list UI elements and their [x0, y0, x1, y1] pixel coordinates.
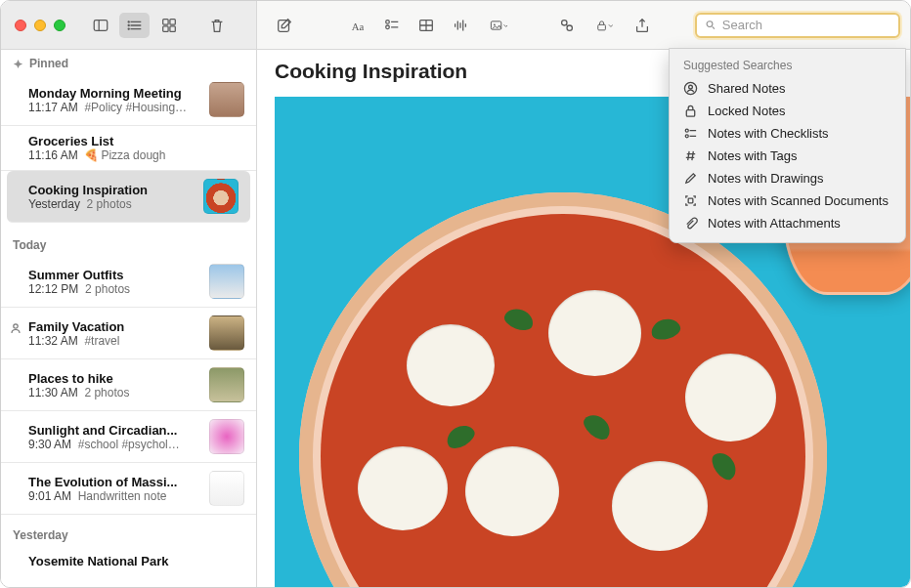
- svg-text:Aa: Aa: [351, 20, 364, 31]
- note-title: Monday Morning Meeting: [28, 86, 201, 101]
- search-icon: [705, 19, 716, 31]
- titlebar-editor-area: Aa: [257, 1, 910, 49]
- new-note-button[interactable]: [269, 13, 299, 38]
- note-row-yosemite[interactable]: Yosemite National Park: [1, 546, 256, 576]
- table-button[interactable]: [411, 13, 441, 38]
- toggle-sidebar-button[interactable]: [85, 13, 115, 38]
- svg-point-32: [707, 21, 713, 27]
- window-fullscreen-button[interactable]: [54, 20, 65, 31]
- pizza-emoji-icon: 🍕: [84, 148, 99, 162]
- hashtag-icon: [683, 148, 698, 163]
- pinned-section-header: Pinned: [1, 50, 256, 74]
- notes-list-sidebar[interactable]: Pinned Monday Morning Meeting 11:17 AM #…: [1, 50, 257, 587]
- yesterday-section-header: Yesterday: [1, 515, 256, 546]
- note-time: 9:30 AM: [28, 438, 71, 451]
- svg-rect-37: [686, 110, 694, 117]
- note-title: The Evolution of Massi...: [28, 475, 201, 489]
- note-sub: #travel: [84, 334, 119, 348]
- note-sub: #school #psychol…: [78, 438, 180, 451]
- note-sub: 2 photos: [87, 197, 132, 211]
- note-row-summer-outfits[interactable]: Summer Outfits 12:12 PM 2 photos: [1, 256, 256, 308]
- media-button[interactable]: [479, 13, 518, 38]
- note-time: 12:12 PM: [28, 282, 78, 296]
- suggested-searches-dropdown: Suggested Searches Shared Notes Locked N…: [669, 48, 906, 243]
- note-sub: 2 photos: [84, 386, 129, 399]
- svg-rect-31: [598, 24, 606, 30]
- search-input[interactable]: [722, 18, 890, 32]
- note-title: Cooking Inspiration: [28, 183, 195, 197]
- note-time: 11:16 AM: [28, 148, 78, 162]
- svg-rect-10: [162, 25, 167, 30]
- note-row-monday-morning-meeting[interactable]: Monday Morning Meeting 11:17 AM #Policy …: [1, 74, 256, 126]
- note-thumbnail: [209, 471, 244, 506]
- suggested-tags[interactable]: Notes with Tags: [670, 145, 905, 167]
- lock-icon: [683, 104, 698, 118]
- note-sub: 2 photos: [85, 282, 130, 296]
- gallery-view-button[interactable]: [153, 13, 184, 38]
- item-label: Notes with Scanned Documents: [708, 193, 889, 208]
- note-thumbnail: [209, 419, 244, 454]
- svg-point-36: [689, 85, 693, 89]
- svg-point-34: [14, 324, 18, 328]
- person-circle-icon: [683, 81, 698, 96]
- titlebar-sidebar-area: [1, 1, 257, 49]
- item-label: Notes with Tags: [708, 148, 798, 163]
- note-thumbnail: [203, 179, 239, 214]
- svg-point-38: [685, 129, 688, 132]
- svg-point-27: [494, 23, 496, 25]
- shared-icon: [9, 321, 22, 335]
- suggested-attachments[interactable]: Notes with Attachments: [670, 212, 905, 234]
- note-row-cooking-inspiration[interactable]: Cooking Inspiration Yesterday 2 photos: [7, 171, 250, 223]
- checklist-button[interactable]: [376, 13, 407, 38]
- item-label: Notes with Drawings: [708, 171, 824, 186]
- window-titlebar: Aa: [1, 1, 910, 50]
- share-button[interactable]: [627, 13, 657, 38]
- item-label: Locked Notes: [708, 104, 786, 118]
- svg-line-44: [688, 151, 689, 160]
- yesterday-label: Yesterday: [13, 528, 68, 542]
- note-row-places-to-hike[interactable]: Places to hike 11:30 AM 2 photos: [1, 359, 256, 411]
- link-note-button[interactable]: [551, 13, 582, 38]
- svg-point-6: [128, 24, 129, 25]
- svg-point-5: [128, 21, 129, 21]
- suggested-locked-notes[interactable]: Locked Notes: [670, 100, 905, 122]
- svg-point-16: [385, 25, 389, 29]
- suggested-drawings[interactable]: Notes with Drawings: [670, 167, 905, 189]
- format-button[interactable]: Aa: [342, 13, 372, 38]
- note-thumbnail: [209, 82, 244, 117]
- svg-rect-46: [688, 198, 693, 203]
- svg-point-40: [685, 135, 688, 138]
- checklist-icon: [683, 126, 698, 141]
- note-sub: Handwritten note: [78, 489, 167, 503]
- pencil-icon: [683, 171, 698, 186]
- note-row-evolution-massi[interactable]: The Evolution of Massi... 9:01 AM Handwr…: [1, 463, 256, 515]
- svg-point-7: [128, 28, 129, 29]
- note-sub: #Policy #Housing…: [84, 101, 187, 114]
- note-title: Sunlight and Circadian...: [28, 423, 201, 438]
- paperclip-icon: [683, 216, 698, 231]
- svg-rect-9: [169, 19, 174, 23]
- suggested-scanned-documents[interactable]: Notes with Scanned Documents: [670, 189, 905, 212]
- note-row-groceries-list[interactable]: Groceries List 11:16 AM 🍕Pizza dough: [1, 126, 256, 171]
- audio-button[interactable]: [445, 13, 475, 38]
- scan-icon: [683, 193, 698, 208]
- svg-rect-8: [162, 19, 167, 23]
- note-row-sunlight-circadian[interactable]: Sunlight and Circadian... 9:30 AM #schoo…: [1, 411, 256, 463]
- note-thumbnail: [209, 367, 244, 402]
- note-row-family-vacation[interactable]: Family Vacation 11:32 AM #travel: [1, 308, 256, 359]
- note-title: Family Vacation: [28, 319, 201, 334]
- lock-button[interactable]: [586, 13, 623, 38]
- window-minimize-button[interactable]: [34, 20, 46, 31]
- svg-rect-0: [94, 20, 108, 30]
- list-view-button[interactable]: [119, 13, 150, 38]
- note-time: Yesterday: [28, 197, 80, 211]
- suggested-shared-notes[interactable]: Shared Notes: [670, 77, 905, 100]
- suggested-checklists[interactable]: Notes with Checklists: [670, 122, 905, 145]
- traffic-lights: [15, 20, 65, 31]
- search-field[interactable]: [695, 13, 900, 38]
- note-time: 9:01 AM: [28, 489, 71, 503]
- delete-note-button[interactable]: [201, 13, 232, 38]
- note-time: 11:17 AM: [28, 101, 78, 114]
- window-close-button[interactable]: [15, 20, 26, 31]
- note-thumbnail: [209, 315, 244, 351]
